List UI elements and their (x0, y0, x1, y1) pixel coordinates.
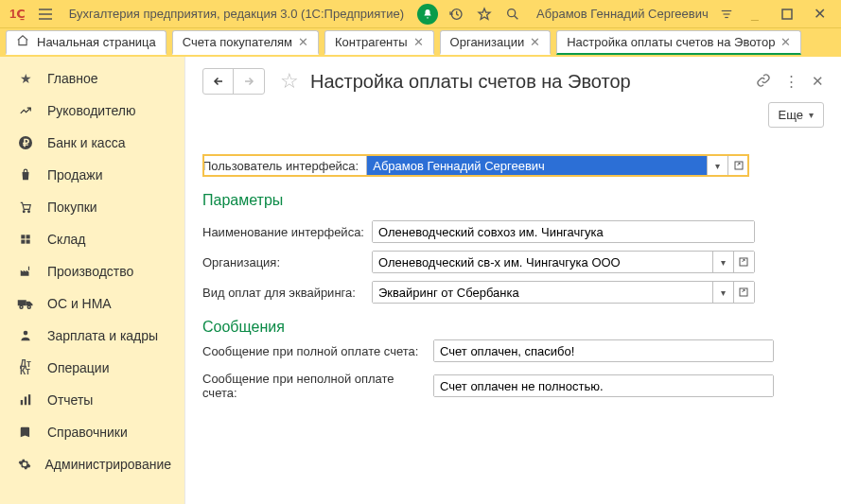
current-user[interactable]: Абрамов Геннадий Сергеевич (536, 7, 709, 21)
history-icon[interactable] (446, 4, 466, 25)
tab-home[interactable]: Начальная страница (6, 30, 166, 55)
dropdown-icon[interactable]: ▾ (712, 252, 733, 272)
name-input[interactable] (373, 221, 754, 242)
sidebar-item-operations[interactable]: ДтКт Операции (0, 352, 184, 384)
svg-rect-20 (18, 300, 26, 305)
sidebar-item-purchases[interactable]: Покупки (0, 191, 184, 223)
tab-invoices[interactable]: Счета покупателям ✕ (172, 30, 319, 55)
msg1-label: Сообщение при полной оплате счета: (202, 344, 428, 358)
sidebar-item-label: Продажи (47, 167, 102, 182)
tab-contragents-label: Контрагенты (335, 35, 408, 49)
user-label: Пользователь интерфейса: (202, 154, 366, 177)
gear-icon (17, 458, 32, 471)
sidebar-item-label: Справочники (47, 425, 128, 440)
user-input[interactable] (367, 155, 707, 176)
tab-home-label: Начальная страница (37, 35, 156, 49)
svg-point-21 (20, 305, 23, 308)
maximize-button[interactable] (777, 4, 797, 25)
truck-icon (17, 298, 34, 309)
svg-rect-24 (21, 400, 23, 405)
msg2-input[interactable] (434, 375, 773, 396)
svg-marker-4 (479, 9, 490, 19)
tab-contragents[interactable]: Контрагенты ✕ (324, 30, 434, 55)
svg-point-23 (24, 331, 28, 336)
nav-buttons (202, 68, 265, 95)
org-input[interactable] (373, 252, 712, 272)
sidebar-item-assets[interactable]: ОС и НМА (0, 287, 184, 320)
svg-point-14 (28, 211, 30, 213)
sidebar-item-sales[interactable]: Продажи (0, 159, 184, 191)
msg1-input[interactable] (434, 340, 773, 361)
org-label: Организация: (202, 251, 372, 273)
tab-close-icon[interactable]: ✕ (530, 35, 540, 49)
open-ref-icon[interactable] (727, 155, 748, 176)
sidebar-item-production[interactable]: Производство (0, 255, 184, 287)
nav-back-button[interactable] (203, 69, 234, 94)
sidebar-item-admin[interactable]: Администрирование (0, 448, 184, 480)
sidebar-item-main[interactable]: ★ Главное (0, 62, 184, 95)
sidebar: ★ Главное Руководителю ₽ Банк и касса Пр… (0, 57, 185, 504)
pay-label: Вид оплат для эквайринга: (202, 281, 372, 304)
sidebar-item-label: Главное (47, 71, 98, 86)
tab-evotor-label: Настройка оплаты счетов на Эвотор (567, 35, 775, 49)
messages-header: Сообщения (202, 319, 824, 336)
open-ref-icon[interactable] (733, 252, 754, 272)
sidebar-item-label: Склад (47, 232, 86, 247)
favorite-star-icon[interactable]: ☆ (280, 69, 299, 94)
nav-forward-button[interactable] (234, 69, 264, 94)
kebab-icon[interactable]: ⋮ (784, 73, 798, 90)
app-title: Бухгалтерия предприятия, редакция 3.0 (1… (69, 7, 404, 21)
tab-evotor-settings[interactable]: Настройка оплаты счетов на Эвотор ✕ (556, 30, 801, 55)
sidebar-item-label: Производство (47, 264, 133, 279)
pay-input[interactable] (373, 282, 712, 303)
caret-down-icon: ▾ (809, 110, 814, 120)
favorites-icon[interactable] (474, 4, 495, 25)
svg-rect-26 (28, 394, 30, 405)
logo-1c: 1С̱ (6, 7, 29, 21)
svg-rect-17 (21, 240, 25, 244)
ruble-icon: ₽ (17, 135, 34, 150)
svg-text:₽: ₽ (23, 137, 29, 148)
svg-point-22 (27, 305, 30, 308)
tab-close-icon[interactable]: ✕ (413, 35, 424, 49)
window-close-button[interactable]: ✕ (809, 4, 830, 25)
cart-icon (17, 200, 34, 214)
svg-rect-25 (25, 397, 26, 406)
more-label: Еще (779, 108, 803, 122)
factory-icon (17, 265, 34, 278)
svg-point-13 (23, 211, 25, 213)
sidebar-item-catalogs[interactable]: Справочники (0, 416, 184, 448)
dropdown-icon[interactable]: ▾ (712, 282, 733, 303)
sidebar-item-reports[interactable]: Отчеты (0, 384, 184, 416)
params-header: Параметры (202, 192, 824, 209)
svg-line-6 (515, 15, 518, 19)
chart-up-icon (17, 104, 34, 117)
tab-organizations[interactable]: Организации ✕ (440, 30, 552, 55)
sidebar-item-label: Зарплата и кадры (47, 328, 158, 343)
menu-icon[interactable] (35, 4, 56, 25)
search-icon[interactable] (502, 4, 523, 25)
sidebar-item-label: Операции (47, 360, 110, 375)
bar-chart-icon (17, 393, 34, 407)
open-ref-icon[interactable] (733, 282, 754, 303)
minimize-button[interactable]: _ (745, 4, 765, 25)
person-icon (17, 329, 34, 342)
msg2-label: Сообщение при неполной оплате счета: (202, 372, 428, 400)
sidebar-item-manager[interactable]: Руководителю (0, 95, 184, 127)
more-button[interactable]: Еще ▾ (768, 102, 824, 128)
dropdown-icon[interactable]: ▾ (707, 155, 727, 176)
home-icon (16, 34, 29, 50)
svg-rect-18 (26, 240, 30, 244)
main-panel: ☆ Настройка оплаты счетов на Эвотор ⋮ ✕ … (185, 57, 841, 504)
tab-close-icon[interactable]: ✕ (298, 35, 308, 49)
bell-icon[interactable] (417, 4, 438, 25)
link-icon[interactable] (756, 73, 771, 91)
settings-lines-icon[interactable] (716, 4, 737, 25)
sidebar-item-payroll[interactable]: Зарплата и кадры (0, 320, 184, 352)
sidebar-item-label: Руководителю (47, 103, 135, 118)
sidebar-item-warehouse[interactable]: Склад (0, 223, 184, 255)
sidebar-item-bank[interactable]: ₽ Банк и касса (0, 127, 184, 159)
page-close-icon[interactable]: ✕ (812, 73, 824, 90)
svg-rect-16 (26, 235, 30, 238)
tab-close-icon[interactable]: ✕ (780, 35, 791, 49)
